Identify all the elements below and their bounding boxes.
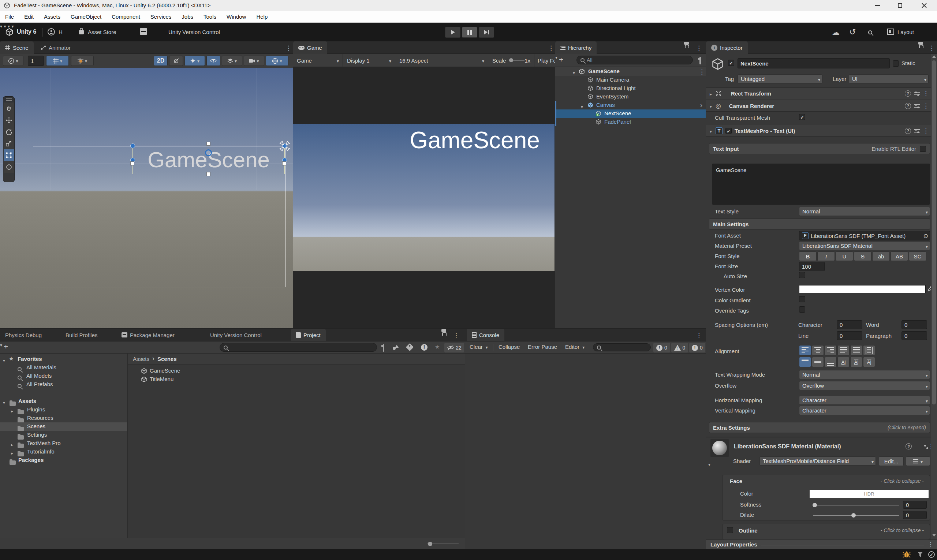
progress-status-icon[interactable] [917, 551, 924, 558]
play-button[interactable] [445, 27, 460, 38]
camera-settings-button[interactable] [244, 55, 264, 66]
tab-hierarchy[interactable]: Hierarchy [555, 42, 597, 54]
account-label[interactable]: H [58, 29, 63, 35]
rtl-checkbox[interactable] [920, 146, 926, 152]
material-foldout-icon[interactable] [708, 461, 711, 468]
hmap-dropdown[interactable]: Character [799, 395, 930, 405]
pause-button[interactable] [462, 27, 477, 38]
color-gradient-checkbox[interactable] [799, 296, 805, 302]
object-picker-icon[interactable] [923, 232, 928, 239]
clear-button[interactable]: Clear [469, 344, 488, 350]
tmp-text-header[interactable]: TextMeshPro - Text (UI) [706, 125, 931, 137]
tab-physics-debug[interactable]: Physics Debug [0, 329, 47, 341]
align-left-button[interactable] [799, 345, 811, 355]
help-icon[interactable] [905, 128, 911, 134]
strikethrough-button[interactable]: S [854, 251, 871, 261]
menu-window[interactable]: Window [226, 14, 246, 20]
scene-row-menu-icon[interactable] [699, 68, 704, 76]
saved-search-icon[interactable] [435, 344, 440, 350]
search-icon[interactable] [868, 29, 872, 36]
help-icon[interactable] [906, 443, 912, 449]
step-button[interactable] [479, 27, 494, 38]
breadcrumb-scenes[interactable]: Scenes [157, 356, 177, 362]
text-input-section[interactable]: Text Input Enable RTL Editor [709, 143, 930, 154]
layout-properties-menu-icon[interactable] [928, 541, 932, 548]
presets-icon[interactable] [914, 91, 920, 96]
rect-edge-handle[interactable] [282, 162, 286, 165]
hierarchy-row-canvas[interactable]: Canvas [555, 101, 706, 109]
foldout-icon[interactable] [709, 128, 712, 134]
collab-archive-icon[interactable] [140, 28, 147, 35]
tree-favorites[interactable]: Favorites [0, 355, 127, 363]
tab-package-manager[interactable]: Package Manager [116, 329, 180, 341]
view-hand-tool[interactable] [4, 103, 14, 114]
shader-edit-button[interactable]: Edit... [879, 457, 904, 466]
outline-checkbox[interactable] [727, 527, 733, 533]
hierarchy-menu-icon[interactable] [696, 44, 701, 52]
auto-size-checkbox[interactable] [799, 272, 805, 278]
menu-tools[interactable]: Tools [203, 14, 216, 20]
gameobject-name-field[interactable]: NextScene [737, 58, 890, 68]
menu-services[interactable]: Services [151, 14, 172, 20]
inspector-menu-icon[interactable] [929, 44, 934, 52]
component-menu-icon[interactable] [923, 90, 928, 97]
tree-textmeshpro[interactable]: TextMesh Pro [0, 439, 127, 448]
cloud-icon[interactable]: ☁ [832, 28, 840, 37]
menu-file[interactable]: File [5, 14, 14, 20]
rect-tool[interactable] [4, 149, 14, 161]
rect-edge-handle[interactable] [206, 172, 211, 176]
debug-bug-icon[interactable] [903, 551, 911, 558]
menu-edit[interactable]: Edit [24, 14, 34, 20]
main-settings-section[interactable]: Main Settings [709, 218, 930, 229]
breadcrumb-assets[interactable]: Assets [133, 356, 149, 362]
menu-component[interactable]: Component [112, 14, 140, 20]
scroll-down-icon[interactable] [932, 534, 936, 537]
align-justify-button[interactable] [837, 345, 849, 355]
maximize-button[interactable] [898, 3, 902, 8]
display-dropdown[interactable]: Display 1 [343, 54, 395, 67]
rect-transform-header[interactable]: Rect Transform [706, 88, 931, 99]
shader-dropdown[interactable]: TextMeshPro/Mobile/Distance Field [760, 457, 876, 466]
close-button[interactable] [922, 3, 927, 8]
foldout-icon[interactable] [2, 357, 6, 363]
gizmos-button[interactable] [266, 55, 288, 66]
wrap-dropdown[interactable]: Normal [799, 370, 930, 379]
asset-store-label[interactable]: Asset Store [88, 29, 116, 35]
console-search-input[interactable] [593, 343, 651, 351]
menu-gameobject[interactable]: GameObject [71, 14, 102, 20]
component-menu-icon[interactable] [923, 127, 928, 135]
tree-settings[interactable]: Settings [0, 431, 127, 439]
tmp-enabled-checkbox[interactable] [725, 128, 732, 134]
face-header[interactable]: Face [730, 478, 742, 484]
cull-checkbox[interactable] [799, 114, 805, 120]
game-view-dropdown[interactable]: Game [293, 54, 343, 67]
add-object-button[interactable] [559, 55, 563, 64]
grid-axis-button[interactable] [71, 55, 94, 66]
overflow-dropdown[interactable]: Overflow [799, 381, 930, 390]
layers-button[interactable] [222, 55, 242, 66]
font-asset-object-field[interactable]: LiberationSans SDF (TMP_Font Asset) [799, 231, 930, 240]
tab-animator[interactable]: Animator [35, 42, 76, 54]
error-count-badge[interactable]: 0 [689, 343, 705, 352]
component-menu-icon[interactable] [923, 102, 928, 110]
scene-visibility-button[interactable] [206, 55, 220, 66]
foldout-icon[interactable] [10, 449, 14, 456]
smallcaps-button[interactable]: SC [909, 251, 926, 261]
warning-count-badge[interactable]: 0 [671, 343, 688, 352]
text-input-area[interactable]: GameScene [712, 164, 930, 205]
game-menu-icon[interactable] [548, 44, 553, 52]
info-count-badge[interactable]: 0 [653, 343, 670, 352]
tab-project[interactable]: Project [291, 329, 326, 341]
tab-unity-version-control[interactable]: Unity Version Control [205, 329, 267, 341]
menu-assets[interactable]: Assets [44, 14, 60, 20]
menu-jobs[interactable]: Jobs [182, 14, 193, 20]
overlay-drag-handle[interactable] [6, 98, 12, 99]
lighting-toggle-button[interactable] [169, 55, 183, 66]
dilate-knob[interactable] [851, 513, 856, 517]
rect-handle[interactable] [130, 143, 135, 148]
open-window-icon[interactable] [700, 57, 701, 65]
tree-all-models[interactable]: All Models [0, 372, 127, 380]
layout-properties-bar[interactable]: Layout Properties [706, 540, 937, 549]
prefab-open-chevron-icon[interactable] [700, 102, 702, 109]
align-right-button[interactable] [825, 345, 837, 355]
